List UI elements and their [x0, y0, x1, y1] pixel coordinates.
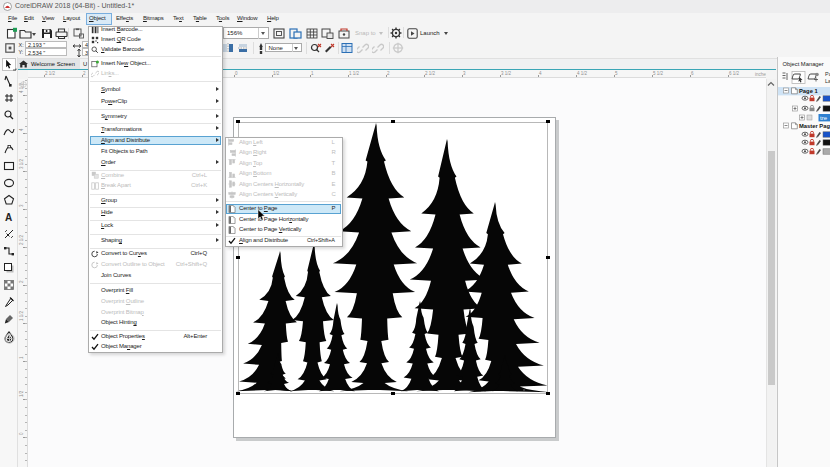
svg-text:Page 1: Page 1	[799, 88, 818, 94]
svg-text:A: A	[5, 212, 12, 223]
svg-text:tre: tre	[820, 115, 828, 121]
svg-text:La: La	[825, 78, 830, 84]
svg-text:Master Pag: Master Pag	[799, 123, 830, 129]
svg-text:Pa: Pa	[825, 71, 830, 77]
